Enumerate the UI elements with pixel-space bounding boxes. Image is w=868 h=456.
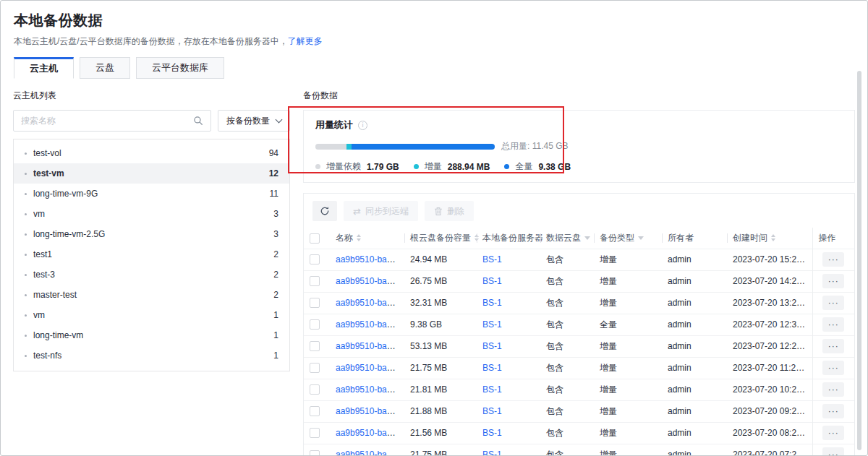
more-actions-button[interactable]: ··· [822,274,844,288]
row-checkbox[interactable] [310,276,320,286]
more-actions-button[interactable]: ··· [822,339,844,353]
row-checkbox[interactable] [310,406,320,416]
row-checkbox[interactable] [310,428,320,438]
sync-to-remote-button[interactable]: ⇄ 同步到远端 [344,201,418,221]
search-input[interactable] [21,116,187,126]
backup-server-link[interactable]: BS-1 [482,363,502,373]
usage-bar-segment-0 [315,144,346,150]
data-volume-cell: 包含 [540,357,594,379]
backup-server-link[interactable]: BS-1 [482,384,502,395]
backup-name-link[interactable]: aa9b9510-backup-2023-07-... [336,319,404,330]
select-all-checkbox[interactable] [310,233,320,244]
column-label: 名称 [336,232,353,244]
backup-server-cell: BS-1 [477,400,540,422]
vm-list-item[interactable]: long-time-vm-9G11 [14,184,289,204]
sort-by-backup-count-dropdown[interactable]: 按备份数量 [218,110,290,132]
row-checkbox[interactable] [310,298,320,308]
vm-list-item[interactable]: long-time-vm-2.5G3 [14,224,289,244]
backup-name-link[interactable]: aa9b9510-backup-2023-07-... [336,298,404,308]
filter-icon[interactable] [638,236,644,240]
vm-list-item[interactable]: test-32 [14,264,289,285]
search-box[interactable] [13,110,211,132]
more-actions-button[interactable]: ··· [822,296,844,310]
column-header-4[interactable]: 数据云盘 [540,228,594,249]
backup-server-link[interactable]: BS-1 [482,449,502,456]
vm-list-item[interactable]: vm1 [14,305,289,325]
tab-vm[interactable]: 云主机 [14,57,74,79]
page-subtitle: 本地云主机/云盘/云平台数据库的备份数据，存放在本地备份服务器中，了解更多 [14,35,854,48]
table-row: aa9b9510-backup-2023-07-...32.31 MBBS-1包… [304,292,854,314]
backup-server-link[interactable]: BS-1 [482,341,502,351]
actions-cell: ··· [812,444,854,456]
backup-name-link[interactable]: aa9b9510-backup-2023-07-... [336,276,404,286]
actions-cell: ··· [812,400,854,422]
tab-volume[interactable]: 云盘 [80,57,130,79]
bullet-dot [25,152,27,155]
row-checkbox[interactable] [310,363,320,373]
sort-icon[interactable] [357,234,361,241]
backup-server-link[interactable]: BS-1 [482,254,502,264]
backup-name-link[interactable]: aa9b9510-backup-2023-07-... [336,449,404,456]
learn-more-link[interactable]: 了解更多 [288,36,323,46]
backup-name-link[interactable]: aa9b9510-backup-2023-07-... [336,341,404,351]
data-volume-cell: 包含 [540,400,594,422]
more-actions-button[interactable]: ··· [822,447,844,456]
owner-cell: admin [662,292,727,314]
more-actions-button[interactable]: ··· [822,252,844,267]
vertical-scrollbar[interactable] [857,71,861,450]
column-header-inner: 操作 [819,232,849,244]
backup-server-link[interactable]: BS-1 [482,319,502,330]
root-volume-size-cell: 21.56 MB [404,422,477,444]
root-volume-size-cell: 21.81 MB [404,379,477,400]
main-content: 云主机列表 按备份数量 test-vol94test-vm12long-time… [1,79,867,456]
vm-backup-count: 11 [270,189,278,199]
row-checkbox[interactable] [310,450,320,456]
more-actions-button[interactable]: ··· [822,404,844,418]
more-actions-button[interactable]: ··· [822,361,844,375]
more-actions-button[interactable]: ··· [822,426,844,440]
backup-server-link[interactable]: BS-1 [482,406,502,416]
vm-list-item[interactable]: test-nfs1 [14,345,289,366]
column-header-1[interactable]: 名称 [330,228,404,249]
actions-cell: ··· [812,270,854,292]
filter-icon[interactable] [584,236,590,240]
row-checkbox[interactable] [310,341,320,351]
vm-name: test-vol [33,148,269,158]
vm-list-item[interactable]: master-test2 [14,285,289,305]
backup-server-link[interactable]: BS-1 [482,276,502,286]
owner-cell: admin [662,400,727,422]
vm-list-item[interactable]: long-time-vm1 [14,325,289,345]
info-icon[interactable]: i [358,121,367,130]
tab-database[interactable]: 云平台数据库 [136,57,224,79]
owner-cell: admin [662,314,727,335]
usage-bar-segment-2 [352,144,495,150]
owner-cell: admin [662,357,727,379]
vm-list-item[interactable]: test-vol94 [14,143,289,163]
row-checkbox[interactable] [310,254,320,264]
table-row: aa9b9510-backup-2023-07-...26.75 MBBS-1包… [304,270,854,292]
backup-name-link[interactable]: aa9b9510-backup-2023-07-... [336,384,404,395]
backup-server-cell: BS-1 [477,444,540,456]
more-actions-button[interactable]: ··· [822,317,844,332]
vm-list-item[interactable]: test-vm12 [14,163,289,184]
column-label: 操作 [819,232,836,244]
row-checkbox[interactable] [310,319,320,330]
backup-name-link[interactable]: aa9b9510-backup-2023-07-... [336,428,404,438]
backup-server-link[interactable]: BS-1 [482,428,502,438]
column-header-7[interactable]: 创建时间 [727,228,812,249]
sort-icon[interactable] [771,234,775,241]
row-checkbox[interactable] [310,384,320,395]
backup-name-link[interactable]: aa9b9510-backup-2023-07-... [336,363,404,373]
column-header-2[interactable]: 根云盘备份容量 [404,228,477,249]
vm-list-item[interactable]: vm3 [14,204,289,224]
refresh-button[interactable] [312,201,337,221]
backup-name-link[interactable]: aa9b9510-backup-2023-07-... [336,254,404,264]
vm-list-item[interactable]: test12 [14,244,289,264]
backup-name-link[interactable]: aa9b9510-backup-2023-07-... [336,406,404,416]
backup-server-link[interactable]: BS-1 [482,298,502,308]
more-actions-button[interactable]: ··· [822,382,844,397]
bullet-dot [25,294,27,296]
column-label: 创建时间 [733,232,767,244]
column-header-5[interactable]: 备份类型 [594,228,662,249]
delete-button[interactable]: 删除 [425,201,474,221]
